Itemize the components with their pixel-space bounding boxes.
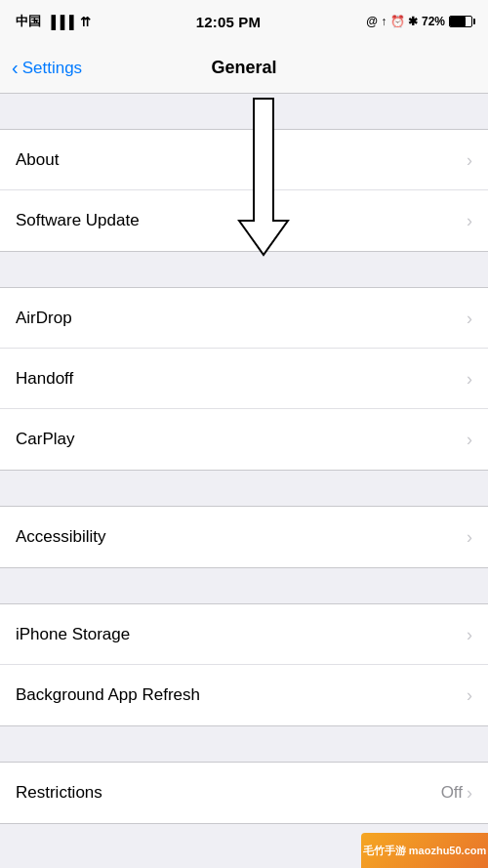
iphone-storage-label: iPhone Storage <box>16 625 130 644</box>
battery-percent: 72% <box>422 15 445 28</box>
section-accessibility-group: Accessibility › <box>0 506 488 568</box>
handoff-item[interactable]: Handoff › <box>0 349 488 409</box>
carplay-label: CarPlay <box>16 430 74 449</box>
back-button[interactable]: ‹ Settings <box>12 59 82 78</box>
section-storage-group: iPhone Storage › Background App Refresh … <box>0 603 488 726</box>
nav-bar: ‹ Settings General <box>0 43 488 94</box>
restrictions-right: Off › <box>441 783 472 803</box>
accessibility-right: › <box>467 528 472 546</box>
airdrop-label: AirDrop <box>16 309 72 328</box>
handoff-right: › <box>467 370 472 388</box>
restrictions-label: Restrictions <box>16 783 102 803</box>
section-gap-3 <box>0 471 488 506</box>
software-update-item[interactable]: Software Update › <box>0 190 488 251</box>
status-left: 中国 ▐▐▐ ⇈ <box>16 13 91 30</box>
status-right: @ ↑ ⏰ ✱ 72% <box>366 15 472 28</box>
software-update-label: Software Update <box>16 211 140 230</box>
section-gap-2 <box>0 252 488 287</box>
airdrop-item[interactable]: AirDrop › <box>0 288 488 349</box>
back-chevron-icon: ‹ <box>12 58 19 77</box>
carrier-label: 中国 <box>16 13 41 30</box>
status-icons: @ ↑ ⏰ ✱ <box>366 15 418 28</box>
section-gap-1 <box>0 94 488 129</box>
restrictions-chevron-icon: › <box>467 784 472 802</box>
about-item[interactable]: About › <box>0 130 488 190</box>
background-app-refresh-chevron-icon: › <box>467 686 472 704</box>
airdrop-right: › <box>467 310 472 327</box>
background-app-refresh-right: › <box>467 686 472 704</box>
section-gap-5 <box>0 726 488 762</box>
handoff-label: Handoff <box>16 369 73 389</box>
section-about-group: About › Software Update › <box>0 129 488 252</box>
section-gap-4 <box>0 568 488 603</box>
software-update-chevron-icon: › <box>467 212 472 229</box>
signal-icon: ▐▐▐ <box>47 15 74 29</box>
software-update-right: › <box>467 212 472 229</box>
airdrop-chevron-icon: › <box>467 310 472 327</box>
carplay-chevron-icon: › <box>467 431 472 448</box>
restrictions-item[interactable]: Restrictions Off › <box>0 763 488 823</box>
about-chevron-icon: › <box>467 151 472 169</box>
settings-content: About › Software Update › AirDrop › Hand… <box>0 94 488 824</box>
accessibility-item[interactable]: Accessibility › <box>0 507 488 567</box>
watermark-text: 毛竹手游 maozhu50.com <box>363 844 487 858</box>
watermark: 毛竹手游 maozhu50.com <box>361 833 488 868</box>
restrictions-value: Off <box>441 783 463 803</box>
battery-icon <box>449 16 472 27</box>
background-app-refresh-item[interactable]: Background App Refresh › <box>0 665 488 725</box>
carplay-right: › <box>467 431 472 448</box>
status-bar: 中国 ▐▐▐ ⇈ 12:05 PM @ ↑ ⏰ ✱ 72% <box>0 0 488 43</box>
iphone-storage-right: › <box>467 626 472 643</box>
status-time: 12:05 PM <box>196 14 262 30</box>
iphone-storage-item[interactable]: iPhone Storage › <box>0 604 488 665</box>
back-label: Settings <box>22 59 82 78</box>
iphone-storage-chevron-icon: › <box>467 626 472 643</box>
carplay-item[interactable]: CarPlay › <box>0 409 488 470</box>
background-app-refresh-label: Background App Refresh <box>16 685 200 705</box>
section-connectivity-group: AirDrop › Handoff › CarPlay › <box>0 287 488 471</box>
about-right: › <box>467 151 472 169</box>
accessibility-label: Accessibility <box>16 527 106 547</box>
handoff-chevron-icon: › <box>467 370 472 388</box>
accessibility-chevron-icon: › <box>467 528 472 546</box>
about-label: About <box>16 150 59 170</box>
wifi-icon: ⇈ <box>80 15 91 29</box>
page-title: General <box>211 58 276 78</box>
section-restrictions-group: Restrictions Off › <box>0 762 488 824</box>
